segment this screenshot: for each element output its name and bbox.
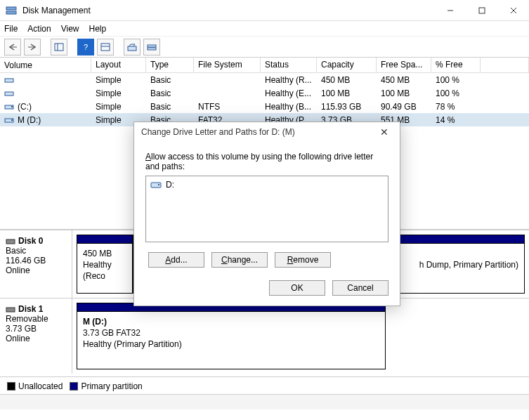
cell-free: 100 MB — [377, 87, 431, 100]
table-row[interactable]: SimpleBasicHealthy (R...450 MB450 MB100 … — [0, 73, 529, 86]
disk-size: 116.46 GB — [6, 256, 66, 265]
forward-button[interactable] — [24, 39, 41, 55]
col-free[interactable]: Free Spa... — [377, 58, 431, 73]
back-button[interactable] — [4, 39, 21, 55]
menu-action[interactable]: Action — [27, 24, 51, 34]
dialog-title: Change Drive Letter and Paths for D: (M) — [141, 127, 295, 137]
cell-status: Healthy (R... — [261, 74, 317, 86]
menu-view[interactable]: View — [61, 24, 79, 34]
col-pctfree[interactable]: % Free — [431, 58, 481, 73]
toolbar-volume-icon[interactable] — [124, 39, 141, 55]
svg-rect-3 — [479, 8, 485, 13]
col-layout[interactable]: Layout — [91, 58, 146, 73]
volume-icon — [4, 77, 14, 84]
cancel-button[interactable]: Cancel — [332, 280, 388, 296]
menubar: File Action View Help — [0, 21, 529, 37]
cell-pct: 100 % — [431, 87, 481, 100]
svg-rect-15 — [5, 79, 13, 82]
toolbar-view-icon[interactable] — [51, 39, 67, 55]
add-button[interactable]: Add... — [148, 252, 204, 268]
col-spacer — [481, 58, 529, 73]
legend-unallocated: Unallocated — [7, 381, 63, 391]
dialog-instruction: Allow access to this volume by using the… — [145, 152, 388, 171]
cell-fs — [194, 79, 261, 81]
disk-kind: Basic — [6, 246, 66, 256]
change-drive-letter-dialog: Change Drive Letter and Paths for D: (M)… — [133, 122, 400, 306]
separator — [44, 39, 48, 55]
partition[interactable]: M (D:) 3.73 GB FAT32 Healthy (Primary Pa… — [77, 303, 386, 369]
minimize-button[interactable] — [434, 0, 466, 20]
cell-fs — [194, 92, 261, 95]
col-status[interactable]: Status — [261, 58, 317, 73]
cell-layout: Simple — [91, 87, 146, 100]
change-button[interactable]: Change... — [211, 252, 268, 268]
close-button[interactable] — [497, 0, 529, 20]
disk-partitions: M (D:) 3.73 GB FAT32 Healthy (Primary Pa… — [72, 298, 529, 374]
svg-rect-8 — [55, 44, 63, 51]
menu-file[interactable]: File — [4, 24, 18, 34]
svg-rect-24 — [158, 184, 159, 185]
svg-rect-22 — [6, 308, 15, 312]
ok-button[interactable]: OK — [269, 280, 325, 296]
cell-type: Basic — [146, 100, 194, 113]
svg-rect-16 — [5, 92, 13, 96]
col-volume[interactable]: Volume — [0, 58, 91, 73]
disk-kind: Removable — [6, 314, 66, 324]
drive-icon — [150, 181, 162, 189]
separator — [117, 39, 121, 55]
cell-free: 90.49 GB — [377, 100, 431, 113]
toolbar: ? — [0, 37, 529, 58]
dialog-titlebar: Change Drive Letter and Paths for D: (M)… — [134, 122, 400, 142]
cell-pct: 14 % — [431, 114, 481, 126]
partition-status: Healthy (Reco — [83, 259, 126, 282]
cell-volume — [0, 75, 91, 85]
disk-name: Disk 1 — [18, 304, 43, 314]
cell-volume: M (D:) — [0, 114, 91, 126]
svg-rect-10 — [101, 44, 110, 51]
cell-capacity: 100 MB — [317, 87, 377, 100]
cell-status: Healthy (B... — [261, 100, 317, 113]
list-item[interactable]: D: — [149, 179, 385, 190]
cell-type: Basic — [146, 74, 194, 86]
col-type[interactable]: Type — [146, 58, 194, 73]
svg-rect-12 — [128, 46, 136, 51]
toolbar-list-icon[interactable] — [97, 39, 114, 55]
toolbar-disk-icon[interactable] — [143, 39, 160, 55]
cell-pct: 78 % — [431, 100, 481, 113]
disk-label[interactable]: Disk 1 Removable 3.73 GB Online — [0, 298, 72, 374]
column-headers: Volume Layout Type File System Status Ca… — [0, 58, 529, 73]
cell-fs: NTFS — [194, 100, 261, 113]
remove-button[interactable]: Remove — [275, 252, 331, 268]
col-capacity[interactable]: Capacity — [317, 58, 377, 73]
dialog-close-button[interactable]: ✕ — [376, 125, 393, 139]
help-icon[interactable]: ? — [77, 39, 94, 55]
svg-rect-0 — [6, 7, 16, 10]
separator — [70, 39, 74, 55]
disk-icon — [6, 305, 15, 313]
disk-row: Disk 1 Removable 3.73 GB Online M (D:) 3… — [0, 298, 529, 374]
table-row[interactable]: (C:)SimpleBasicNTFSHealthy (B...115.93 G… — [0, 100, 529, 113]
cell-type: Basic — [146, 87, 194, 100]
disk-icon — [6, 237, 15, 245]
menu-help[interactable]: Help — [89, 24, 107, 34]
window-title: Disk Management — [22, 6, 434, 15]
cell-layout: Simple — [91, 100, 146, 113]
svg-rect-21 — [6, 239, 15, 244]
legend: Unallocated Primary partition — [0, 377, 529, 394]
svg-rect-20 — [11, 119, 13, 121]
partition-title: M (D:) — [83, 316, 379, 327]
drive-paths-listbox[interactable]: D: — [145, 176, 388, 242]
svg-rect-1 — [6, 11, 16, 14]
list-item-label: D: — [166, 180, 174, 190]
volume-icon — [4, 90, 14, 97]
disk-state: Online — [6, 334, 66, 343]
col-filesystem[interactable]: File System — [194, 58, 261, 73]
table-row[interactable]: SimpleBasicHealthy (E...100 MB100 MB100 … — [0, 86, 529, 100]
maximize-button[interactable] — [466, 0, 497, 20]
partition[interactable]: 450 MB Healthy (Reco — [77, 235, 133, 294]
cell-capacity: 450 MB — [317, 74, 377, 86]
statusbar — [0, 394, 529, 409]
partition-stripe — [77, 235, 132, 244]
disk-label[interactable]: Disk 0 Basic 116.46 GB Online — [0, 230, 72, 298]
svg-rect-13 — [148, 45, 156, 47]
